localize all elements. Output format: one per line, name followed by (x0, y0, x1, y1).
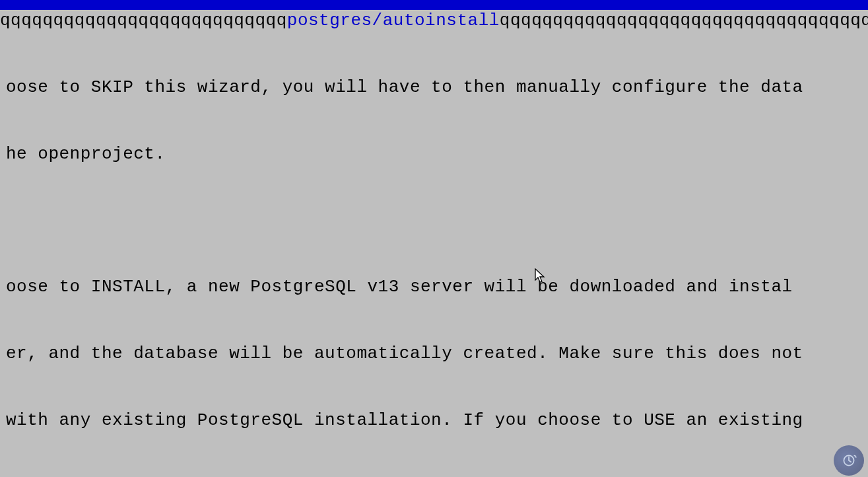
dialog-title: postgres/autoinstall (287, 11, 500, 30)
title-border-left: qqqqqqqqqqqqqqqqqqqqqqqqqqq (0, 11, 287, 30)
body-line: oose to SKIP this wizard, you will have … (6, 77, 868, 99)
window-top-border (0, 0, 868, 10)
body-line: oose to INSTALL, a new PostgreSQL v13 se… (6, 276, 868, 299)
installer-dialog: qqqqqqqqqqqqqqqqqqqqqqqqqqqpostgres/auto… (0, 0, 868, 477)
body-line: with any existing PostgreSQL installatio… (6, 410, 868, 432)
watermark-icon (834, 445, 864, 476)
dialog-body-text: oose to SKIP this wizard, you will have … (0, 32, 868, 477)
dialog-titlebar: qqqqqqqqqqqqqqqqqqqqqqqqqqqpostgres/auto… (0, 10, 868, 32)
title-border-right: qqqqqqqqqqqqqqqqqqqqqqqqqqqqqqqqqqqqqqqq… (500, 11, 868, 30)
body-line (6, 209, 868, 232)
body-line: he openproject. (6, 143, 868, 166)
body-line: er, and the database will be automatical… (6, 343, 868, 365)
